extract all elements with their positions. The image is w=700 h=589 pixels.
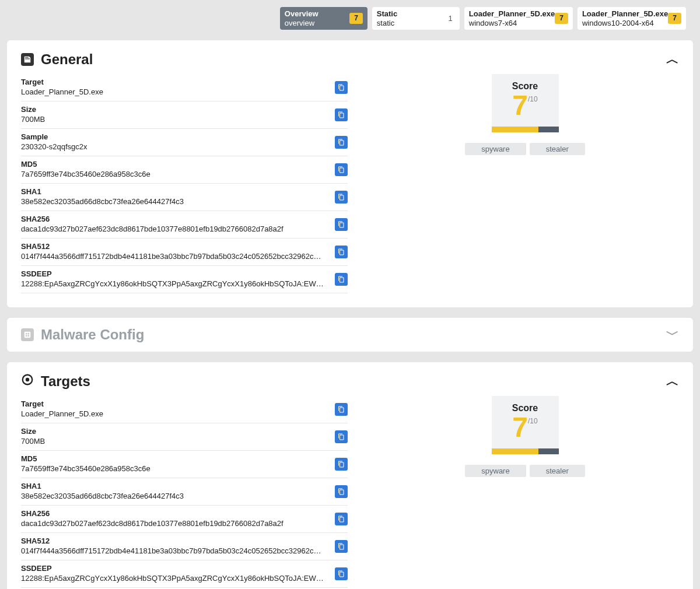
copy-button[interactable] <box>335 513 348 525</box>
tab-badge: 7 <box>555 13 568 23</box>
detail-value: 700MB <box>21 437 324 446</box>
svg-rect-0 <box>24 332 31 338</box>
detail-row: SHA138e582ec32035ad66d8cbc73fea26e644427… <box>21 478 348 506</box>
detail-value: 7a7659ff3e74bc35460e286a958c3c6e <box>21 464 324 473</box>
tag[interactable]: stealer <box>530 143 585 155</box>
detail-label: MD5 <box>21 454 348 463</box>
targets-score-card: Score 7/10 <box>492 396 559 454</box>
target-icon <box>21 373 34 390</box>
detail-label: Size <box>21 427 348 436</box>
copy-button[interactable] <box>335 403 348 416</box>
detail-label: SHA512 <box>21 242 348 251</box>
copy-button[interactable] <box>335 485 348 498</box>
tag[interactable]: stealer <box>530 465 585 477</box>
detail-row: SHA512014f7f444a3566dff715172bdb4e41181b… <box>21 239 348 266</box>
detail-value: daca1dc93d27b027aef623dc8d8617bde10377e8… <box>21 519 324 528</box>
detail-value: 014f7f444a3566dff715172bdb4e41181be3a03b… <box>21 252 324 261</box>
copy-button[interactable] <box>335 81 348 94</box>
general-panel: General ︿ TargetLoader_Planner_5D.exeSiz… <box>7 40 693 307</box>
tab-3[interactable]: Loader_Planner_5D.exewindows10-2004-x647 <box>578 7 686 30</box>
detail-label: SHA256 <box>21 509 348 518</box>
copy-button[interactable] <box>335 567 348 580</box>
note-icon <box>21 53 34 66</box>
detail-value: 700MB <box>21 115 324 124</box>
detail-label: Size <box>21 105 348 114</box>
detail-label: SHA1 <box>21 482 348 490</box>
copy-button[interactable] <box>335 136 348 149</box>
detail-value: 38e582ec32035ad66d8cbc73fea26e644427f4c3 <box>21 197 324 206</box>
targets-panel-header[interactable]: Targets ︿ <box>21 373 679 390</box>
malware-config-header[interactable]: Malware Config ﹀ <box>21 326 679 343</box>
chevron-up-icon[interactable]: ︿ <box>666 373 679 390</box>
copy-button[interactable] <box>335 540 348 553</box>
detail-label: SHA256 <box>21 215 348 223</box>
tab-2[interactable]: Loader_Planner_5D.exewindows7-x647 <box>464 7 573 30</box>
detail-value: Loader_Planner_5D.exe <box>21 409 324 418</box>
detail-row: SHA138e582ec32035ad66d8cbc73fea26e644427… <box>21 184 348 211</box>
detail-row: Sample230320-s2qqfsgc2x <box>21 129 348 156</box>
copy-button[interactable] <box>335 163 348 176</box>
general-panel-header[interactable]: General ︿ <box>21 51 679 68</box>
malware-config-heading: Malware Config <box>41 327 144 343</box>
copy-button[interactable] <box>335 108 348 121</box>
detail-row: SSDEEP12288:EpA5axgZRCgYcxX1y86okHbSQTX3… <box>21 560 348 588</box>
tab-badge: 7 <box>349 13 363 23</box>
detail-label: Sample <box>21 132 348 141</box>
detail-row: SSDEEP12288:EpA5axgZRCgYcxX1y86okHbSQTX3… <box>21 266 348 293</box>
general-heading: General <box>41 51 93 68</box>
chevron-up-icon[interactable]: ︿ <box>666 51 679 68</box>
detail-value: 38e582ec32035ad66d8cbc73fea26e644427f4c3 <box>21 492 324 500</box>
copy-button[interactable] <box>335 458 348 471</box>
copy-button[interactable] <box>335 273 348 286</box>
tab-1[interactable]: Staticstatic1 <box>372 7 460 30</box>
tab-title: Loader_Planner_5D.exe <box>582 9 668 19</box>
tab-subtitle: windows7-x64 <box>469 19 555 28</box>
detail-value: 12288:EpA5axgZRCgYcxX1y86okHbSQTX3PpA5ax… <box>21 279 324 288</box>
detail-label: SSDEEP <box>21 269 348 278</box>
targets-details: TargetLoader_Planner_5D.exeSize700MBMD57… <box>21 396 348 588</box>
targets-panel: Targets ︿ TargetLoader_Planner_5D.exeSiz… <box>7 362 693 589</box>
detail-row: TargetLoader_Planner_5D.exe <box>21 396 348 423</box>
tag[interactable]: spyware <box>465 143 526 155</box>
detail-value: 230320-s2qqfsgc2x <box>21 142 324 151</box>
config-icon <box>21 328 34 341</box>
detail-label: SHA1 <box>21 187 348 196</box>
general-details: TargetLoader_Planner_5D.exeSize700MBSamp… <box>21 74 348 293</box>
detail-row: MD57a7659ff3e74bc35460e286a958c3c6e <box>21 156 348 184</box>
tab-title: Overview <box>285 9 318 19</box>
tab-title: Static <box>377 9 397 19</box>
score-value: 7 <box>512 413 528 441</box>
score-denom: /10 <box>528 95 538 103</box>
tab-0[interactable]: Overviewoverview7 <box>280 7 368 30</box>
copy-button[interactable] <box>335 430 348 443</box>
chevron-down-icon[interactable]: ﹀ <box>666 326 679 343</box>
detail-row: Size700MB <box>21 423 348 451</box>
detail-label: Target <box>21 78 348 86</box>
malware-config-panel: Malware Config ﹀ <box>7 318 693 352</box>
tab-subtitle: static <box>377 19 397 28</box>
detail-value: 014f7f444a3566dff715172bdb4e41181be3a03b… <box>21 546 324 555</box>
svg-point-2 <box>26 378 29 381</box>
copy-button[interactable] <box>335 191 348 204</box>
detail-value: 12288:EpA5axgZRCgYcxX1y86okHbSQTX3PpA5ax… <box>21 574 324 583</box>
tag[interactable]: spyware <box>465 465 526 477</box>
detail-label: Target <box>21 399 348 408</box>
general-score-card: Score 7/10 <box>492 74 559 132</box>
task-tabs: Overviewoverview7Staticstatic1Loader_Pla… <box>0 0 700 30</box>
detail-value: Loader_Planner_5D.exe <box>21 87 324 96</box>
detail-row: SHA256daca1dc93d27b027aef623dc8d8617bde1… <box>21 211 348 239</box>
tab-badge: 7 <box>668 13 681 23</box>
score-bar <box>492 127 559 132</box>
detail-label: SHA512 <box>21 537 348 545</box>
copy-button[interactable] <box>335 246 348 258</box>
targets-heading: Targets <box>41 373 90 390</box>
detail-row: SHA256daca1dc93d27b027aef623dc8d8617bde1… <box>21 506 348 533</box>
detail-value: daca1dc93d27b027aef623dc8d8617bde10377e8… <box>21 225 324 233</box>
detail-row: TargetLoader_Planner_5D.exe <box>21 74 348 101</box>
detail-row: MD57a7659ff3e74bc35460e286a958c3c6e <box>21 451 348 478</box>
copy-button[interactable] <box>335 218 348 231</box>
tab-subtitle: windows10-2004-x64 <box>582 19 668 28</box>
tab-badge: 1 <box>449 14 455 23</box>
score-bar <box>492 448 559 454</box>
detail-label: SSDEEP <box>21 564 348 573</box>
